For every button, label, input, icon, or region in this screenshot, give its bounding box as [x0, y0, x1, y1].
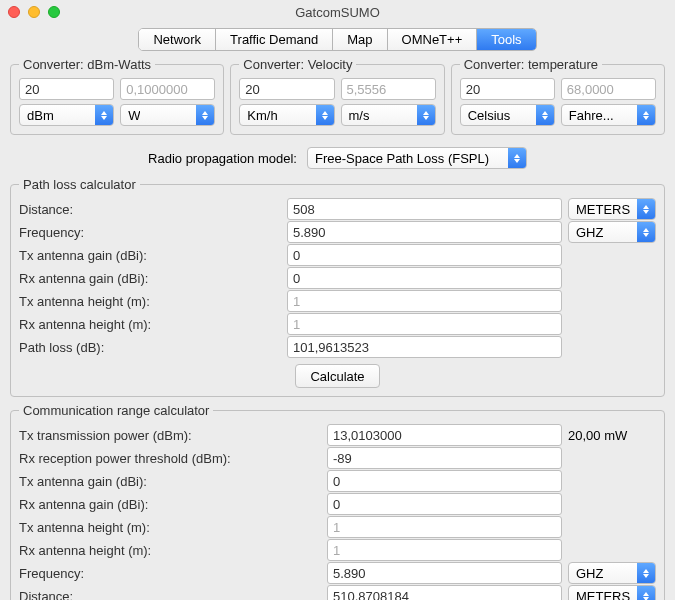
pathloss-label: Path loss (dB):: [19, 340, 287, 355]
temp-output[interactable]: [561, 78, 656, 100]
comm-txgain-input[interactable]: [327, 470, 562, 492]
chevron-updown-icon: [637, 222, 655, 242]
legend-temperature: Converter: temperature: [460, 57, 602, 72]
tab-omnet[interactable]: OMNeT++: [388, 29, 478, 50]
rxheight-input[interactable]: [287, 313, 562, 335]
rxgain-input[interactable]: [287, 267, 562, 289]
velocity-output[interactable]: [341, 78, 436, 100]
pathloss-legend: Path loss calculator: [19, 177, 140, 192]
comm-txheight-input[interactable]: [327, 516, 562, 538]
comm-range-calculator: Communication range calculator Tx transm…: [10, 403, 665, 600]
txpower-input[interactable]: [327, 424, 562, 446]
dbm-unit-select[interactable]: dBm: [19, 104, 114, 126]
txheight-input[interactable]: [287, 290, 562, 312]
comm-rxgain-input[interactable]: [327, 493, 562, 515]
chevron-updown-icon: [196, 105, 214, 125]
comm-frequency-input[interactable]: [327, 562, 562, 584]
velocity-unit-out[interactable]: m/s: [341, 104, 436, 126]
temp-unit-out[interactable]: Fahre...: [561, 104, 656, 126]
txgain-label: Tx antenna gain (dBi):: [19, 248, 287, 263]
dbm-input[interactable]: [19, 78, 114, 100]
rxgain-label: Rx antenna gain (dBi):: [19, 271, 287, 286]
distance-unit[interactable]: METERS: [568, 198, 656, 220]
legend-velocity: Converter: Velocity: [239, 57, 356, 72]
distance-label: Distance:: [19, 202, 287, 217]
comm-distance-label: Distance:: [19, 589, 327, 601]
tab-bar: Network Traffic Demand Map OMNeT++ Tools: [10, 28, 665, 51]
comm-txgain-label: Tx antenna gain (dBi):: [19, 474, 327, 489]
chevron-updown-icon: [316, 105, 334, 125]
chevron-updown-icon: [637, 586, 655, 600]
titlebar: GatcomSUMO: [0, 0, 675, 24]
txheight-label: Tx antenna height (m):: [19, 294, 287, 309]
velocity-input[interactable]: [239, 78, 334, 100]
comm-distance-input[interactable]: [327, 585, 562, 600]
watts-output[interactable]: [120, 78, 215, 100]
txgain-input[interactable]: [287, 244, 562, 266]
comm-rxheight-input[interactable]: [327, 539, 562, 561]
chevron-updown-icon: [508, 148, 526, 168]
rxthresh-label: Rx reception power threshold (dBm):: [19, 451, 327, 466]
comm-legend: Communication range calculator: [19, 403, 213, 418]
chevron-updown-icon: [417, 105, 435, 125]
txpower-label: Tx transmission power (dBm):: [19, 428, 327, 443]
chevron-updown-icon: [637, 199, 655, 219]
model-label: Radio propagation model:: [148, 151, 297, 166]
model-select[interactable]: Free-Space Path Loss (FSPL): [307, 147, 527, 169]
rxthresh-input[interactable]: [327, 447, 562, 469]
converter-velocity: Converter: Velocity Km/h m/s: [230, 57, 444, 135]
converter-temperature: Converter: temperature Celsius Fahre...: [451, 57, 665, 135]
pathloss-calculator: Path loss calculator Distance:METERS Fre…: [10, 177, 665, 397]
tab-map[interactable]: Map: [333, 29, 387, 50]
converter-dbm-watts: Converter: dBm-Watts dBm W: [10, 57, 224, 135]
comm-txheight-label: Tx antenna height (m):: [19, 520, 327, 535]
temp-input[interactable]: [460, 78, 555, 100]
comm-rxheight-label: Rx antenna height (m):: [19, 543, 327, 558]
velocity-unit-in[interactable]: Km/h: [239, 104, 334, 126]
chevron-updown-icon: [536, 105, 554, 125]
txpower-mw: 20,00 mW: [568, 428, 656, 443]
comm-rxgain-label: Rx antenna gain (dBi):: [19, 497, 327, 512]
chevron-updown-icon: [637, 105, 655, 125]
calculate-button[interactable]: Calculate: [295, 364, 379, 388]
pathloss-output[interactable]: [287, 336, 562, 358]
frequency-label: Frequency:: [19, 225, 287, 240]
chevron-updown-icon: [637, 563, 655, 583]
comm-frequency-unit[interactable]: GHZ: [568, 562, 656, 584]
tab-tools[interactable]: Tools: [477, 29, 535, 50]
tab-traffic-demand[interactable]: Traffic Demand: [216, 29, 333, 50]
comm-distance-unit[interactable]: METERS: [568, 585, 656, 600]
comm-frequency-label: Frequency:: [19, 566, 327, 581]
rxheight-label: Rx antenna height (m):: [19, 317, 287, 332]
watts-unit-select[interactable]: W: [120, 104, 215, 126]
frequency-unit[interactable]: GHZ: [568, 221, 656, 243]
window-title: GatcomSUMO: [0, 5, 675, 20]
temp-unit-in[interactable]: Celsius: [460, 104, 555, 126]
legend-dbm: Converter: dBm-Watts: [19, 57, 155, 72]
frequency-input[interactable]: [287, 221, 562, 243]
chevron-updown-icon: [95, 105, 113, 125]
tab-network[interactable]: Network: [139, 29, 216, 50]
distance-input[interactable]: [287, 198, 562, 220]
